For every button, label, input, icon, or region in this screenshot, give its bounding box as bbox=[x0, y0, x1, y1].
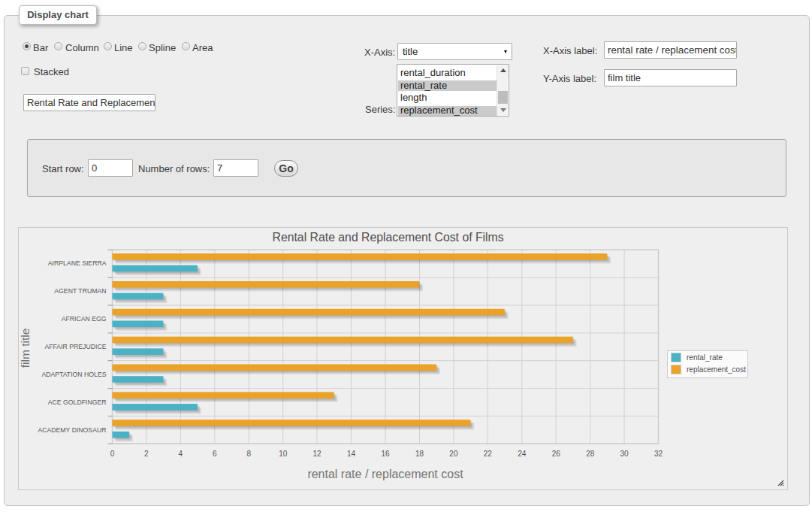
svg-text:ADAPTATION HOLES: ADAPTATION HOLES bbox=[41, 371, 106, 378]
svg-text:6: 6 bbox=[213, 450, 217, 458]
svg-text:ACADEMY DINOSAUR: ACADEMY DINOSAUR bbox=[38, 426, 106, 434]
svg-text:0: 0 bbox=[110, 450, 115, 458]
svg-text:22: 22 bbox=[484, 450, 493, 458]
svg-text:replacement_cost: replacement_cost bbox=[687, 365, 746, 374]
svg-text:4: 4 bbox=[179, 450, 183, 458]
svg-text:AIRPLANE SIERRA: AIRPLANE SIERRA bbox=[48, 259, 107, 267]
svg-text:30: 30 bbox=[620, 450, 629, 458]
svg-text:24: 24 bbox=[518, 450, 527, 458]
svg-text:Rental Rate and Replacement Co: Rental Rate and Replacement Cost of Film… bbox=[273, 231, 504, 244]
svg-text:26: 26 bbox=[552, 450, 561, 458]
svg-text:16: 16 bbox=[381, 450, 390, 458]
svg-text:10: 10 bbox=[279, 450, 288, 458]
svg-text:20: 20 bbox=[449, 450, 458, 458]
svg-text:2: 2 bbox=[144, 450, 149, 458]
svg-text:film title: film title bbox=[19, 329, 32, 368]
svg-text:12: 12 bbox=[313, 450, 322, 458]
svg-text:18: 18 bbox=[415, 450, 424, 458]
svg-text:28: 28 bbox=[586, 450, 595, 458]
svg-text:32: 32 bbox=[654, 450, 663, 458]
svg-text:rental rate / replacement cost: rental rate / replacement cost bbox=[307, 468, 463, 480]
svg-text:AGENT TRUMAN: AGENT TRUMAN bbox=[54, 287, 106, 295]
svg-text:AFFAIR PREJUDICE: AFFAIR PREJUDICE bbox=[44, 343, 106, 350]
svg-text:14: 14 bbox=[347, 450, 356, 458]
svg-text:ACE GOLDFINGER: ACE GOLDFINGER bbox=[48, 398, 107, 406]
svg-text:AFRICAN EGG: AFRICAN EGG bbox=[62, 315, 107, 323]
svg-text:8: 8 bbox=[247, 450, 252, 458]
svg-text:rental_rate: rental_rate bbox=[687, 353, 723, 362]
